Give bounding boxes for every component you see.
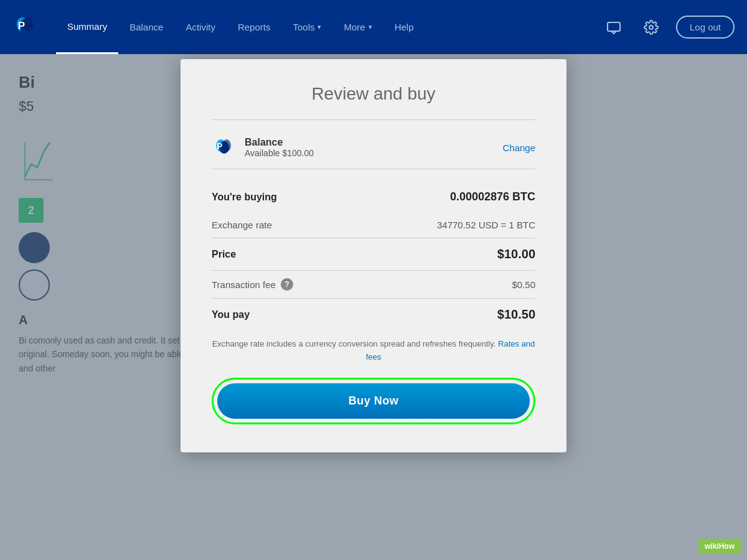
exchange-note-text: Exchange rate includes a currency conver… xyxy=(212,338,535,364)
exchange-rate-label: Exchange rate xyxy=(212,220,272,230)
modal-title: Review and buy xyxy=(212,84,535,104)
svg-point-5 xyxy=(649,26,653,29)
tools-chevron-icon: ▾ xyxy=(317,23,321,31)
modal-title-divider xyxy=(212,119,535,120)
navbar-right: Log out xyxy=(601,15,735,40)
paypal-payment-icon: P xyxy=(212,136,235,159)
transaction-fee-label-group: Transaction fee ? xyxy=(212,278,293,291)
messages-button[interactable] xyxy=(601,15,626,40)
nav-item-tools[interactable]: Tools ▾ xyxy=(281,0,332,54)
buy-now-button-wrapper: Buy Now xyxy=(212,378,535,424)
price-label: Price xyxy=(212,249,236,260)
nav-item-reports[interactable]: Reports xyxy=(227,0,282,54)
paypal-logo: P xyxy=(12,15,37,40)
you-pay-row: You pay $10.50 xyxy=(212,298,535,327)
transaction-fee-row: Transaction fee ? $0.50 xyxy=(212,271,535,298)
nav-links: Summary Balance Activity Reports Tools ▾… xyxy=(56,0,601,54)
review-buy-modal: Review and buy P Balance Available $100.… xyxy=(181,59,566,452)
exchange-rate-row: Exchange rate 34770.52 USD = 1 BTC xyxy=(212,212,535,238)
navbar: P Summary Balance Activity Reports Tools… xyxy=(0,0,747,54)
price-row: Price $10.00 xyxy=(212,238,535,270)
svg-text:P: P xyxy=(18,19,25,31)
nav-item-summary[interactable]: Summary xyxy=(56,0,118,54)
price-value: $10.00 xyxy=(497,247,535,261)
exchange-rate-value: 34770.52 USD = 1 BTC xyxy=(437,220,535,230)
buying-row: You're buying 0.00002876 BTC xyxy=(212,182,535,212)
payment-method-name: Balance xyxy=(245,137,502,148)
svg-point-10 xyxy=(222,139,231,152)
nav-item-help[interactable]: Help xyxy=(383,0,425,54)
payment-available-balance: Available $100.00 xyxy=(245,148,502,158)
payment-info: Balance Available $100.00 xyxy=(245,137,502,158)
you-pay-label: You pay xyxy=(212,309,250,320)
more-chevron-icon: ▾ xyxy=(369,23,372,31)
you-pay-value: $10.50 xyxy=(497,307,535,322)
transaction-fee-value: $0.50 xyxy=(512,279,535,290)
wikihow-badge: wikiHow xyxy=(698,539,741,554)
buying-value: 0.00002876 BTC xyxy=(450,190,535,203)
logout-button[interactable]: Log out xyxy=(676,16,735,39)
nav-item-balance[interactable]: Balance xyxy=(118,0,174,54)
nav-item-more[interactable]: More ▾ xyxy=(332,0,383,54)
settings-button[interactable] xyxy=(639,15,664,40)
svg-rect-4 xyxy=(608,22,620,31)
nav-item-activity[interactable]: Activity xyxy=(174,0,227,54)
svg-text:P: P xyxy=(217,141,222,151)
buying-label: You're buying xyxy=(212,192,277,203)
buy-now-button[interactable]: Buy Now xyxy=(217,383,530,419)
payment-method-row: P Balance Available $100.00 Change xyxy=(212,136,535,169)
change-payment-method-link[interactable]: Change xyxy=(502,142,535,153)
transaction-fee-help-icon[interactable]: ? xyxy=(281,278,293,291)
transaction-fee-label: Transaction fee xyxy=(212,279,276,290)
